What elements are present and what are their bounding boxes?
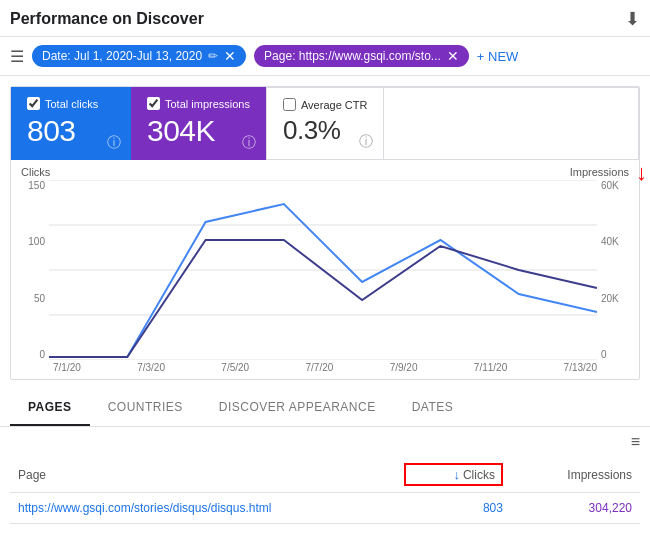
- new-button-label: + NEW: [477, 49, 519, 64]
- page-filter-label: Page: https://www.gsqi.com/sto...: [264, 49, 441, 63]
- col-header-impressions[interactable]: Impressions: [511, 457, 640, 493]
- filter-bar: ☰ Date: Jul 1, 2020-Jul 13, 2020 ✏ ✕ Pag…: [0, 37, 650, 76]
- col-header-clicks[interactable]: ↓ Clicks: [396, 457, 511, 493]
- cell-impressions: 304,220: [511, 493, 640, 524]
- y-axis-right: 60K 40K 20K 0: [597, 180, 629, 360]
- page-filter-chip[interactable]: Page: https://www.gsqi.com/sto... ✕: [254, 45, 469, 67]
- data-table: Page ↓ Clicks Impressions https://www.gs…: [10, 457, 640, 524]
- total-clicks-checkbox[interactable]: [27, 97, 40, 110]
- x-axis-labels: 7/1/20 7/3/20 7/5/20 7/7/20 7/9/20 7/11/…: [21, 360, 629, 373]
- metrics-row: Total clicks 803 ⓘ Total impressions 304…: [11, 87, 639, 160]
- chart-section: Clicks Impressions ↓ 150 100 50 0: [11, 160, 639, 379]
- avg-ctr-info-icon[interactable]: ⓘ: [359, 133, 373, 151]
- chart-svg: [49, 180, 597, 360]
- red-arrow: ↓: [636, 162, 647, 184]
- table-row: https://www.gsqi.com/stories/disqus/disq…: [10, 493, 640, 524]
- date-filter-chip[interactable]: Date: Jul 1, 2020-Jul 13, 2020 ✏ ✕: [32, 45, 246, 67]
- total-impressions-info-icon[interactable]: ⓘ: [242, 134, 256, 152]
- total-clicks-label: Total clicks: [27, 97, 115, 110]
- metrics-chart-container: Total clicks 803 ⓘ Total impressions 304…: [10, 86, 640, 380]
- page-title: Performance on Discover: [10, 10, 204, 28]
- chart-container: 150 100 50 0: [21, 180, 629, 360]
- chart-plot-area: [49, 180, 597, 360]
- date-edit-icon[interactable]: ✏: [208, 49, 218, 63]
- table-filter-icon[interactable]: ≡: [631, 433, 640, 451]
- date-filter-label: Date: Jul 1, 2020-Jul 13, 2020: [42, 49, 202, 63]
- total-impressions-label: Total impressions: [147, 97, 250, 110]
- total-clicks-value: 803: [27, 114, 115, 148]
- total-clicks-info-icon[interactable]: ⓘ: [107, 134, 121, 152]
- avg-ctr-value: 0.3%: [283, 115, 367, 146]
- cell-page[interactable]: https://www.gsqi.com/stories/disqus/disq…: [10, 493, 396, 524]
- new-button[interactable]: + NEW: [477, 49, 519, 64]
- chart-right-axis-label: Impressions: [570, 166, 629, 178]
- date-close-icon[interactable]: ✕: [224, 49, 236, 63]
- total-impressions-checkbox[interactable]: [147, 97, 160, 110]
- download-icon[interactable]: ⬇: [625, 8, 640, 30]
- total-impressions-card: Total impressions 304K ⓘ: [131, 87, 266, 160]
- metric-empty-space: [384, 87, 639, 160]
- total-clicks-card: Total clicks 803 ⓘ: [11, 87, 131, 160]
- col-header-page: Page: [10, 457, 396, 493]
- avg-ctr-card: Average CTR 0.3% ⓘ: [266, 87, 384, 160]
- table-section: ≡ Page ↓ Clicks Impressions: [0, 427, 650, 524]
- avg-ctr-label: Average CTR: [283, 98, 367, 111]
- sort-down-arrow: ↓: [453, 467, 460, 482]
- table-filter-row: ≡: [10, 427, 640, 457]
- header: Performance on Discover ⬇: [0, 0, 650, 37]
- tab-dates[interactable]: DATES: [394, 390, 472, 426]
- chart-left-axis-label: Clicks: [21, 166, 50, 178]
- tabs-row: PAGES COUNTRIES DISCOVER APPEARANCE DATE…: [0, 390, 650, 427]
- page-close-icon[interactable]: ✕: [447, 49, 459, 63]
- y-axis-left: 150 100 50 0: [21, 180, 49, 360]
- filter-icon[interactable]: ☰: [10, 47, 24, 66]
- tab-pages[interactable]: PAGES: [10, 390, 90, 426]
- cell-clicks: 803: [396, 493, 511, 524]
- avg-ctr-checkbox[interactable]: [283, 98, 296, 111]
- tab-discover-appearance[interactable]: DISCOVER APPEARANCE: [201, 390, 394, 426]
- total-impressions-value: 304K: [147, 114, 250, 148]
- tab-countries[interactable]: COUNTRIES: [90, 390, 201, 426]
